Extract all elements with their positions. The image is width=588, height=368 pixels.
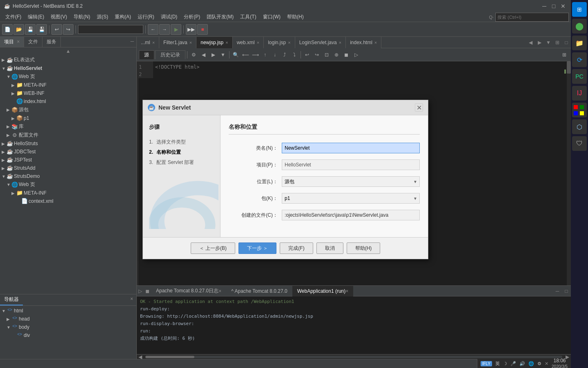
tree-item-index[interactable]: 🌐 index.html: [0, 97, 136, 105]
menu-debug[interactable]: 调试(D): [158, 13, 181, 21]
output-icon[interactable]: ▷: [137, 288, 144, 294]
save-button[interactable]: 💾: [25, 24, 36, 35]
tree-item-srcpkg[interactable]: ▶ 📦 源包: [0, 105, 136, 114]
stop-button[interactable]: ■: [197, 24, 208, 35]
et-btn-3[interactable]: ▶: [209, 50, 218, 59]
et-btn-12[interactable]: ↪: [312, 50, 321, 59]
editor-tab-newjsp[interactable]: newjsp.jsp ×: [196, 37, 232, 48]
close-button[interactable]: ✕: [559, 2, 567, 10]
panel-minimize[interactable]: ─: [128, 37, 136, 47]
folder-icon[interactable]: 📁: [572, 36, 587, 50]
tab-nav-left[interactable]: ◀: [526, 38, 535, 47]
location-select[interactable]: 源包: [282, 176, 420, 187]
tab-close-newjsp[interactable]: ×: [225, 40, 228, 45]
tree-item-jsptest[interactable]: ▶ ☕ JSPTest: [0, 156, 136, 164]
nav-item-head[interactable]: ▶ <> head: [0, 315, 136, 323]
editor-tab-webxml[interactable]: web.xml ×: [233, 37, 264, 48]
et-btn-5[interactable]: ⟵: [241, 50, 250, 59]
tray-speaker[interactable]: 🔊: [519, 361, 525, 366]
bottom-minimize[interactable]: ─: [553, 287, 562, 296]
tab-close-webxml[interactable]: ×: [257, 40, 259, 45]
tab-close-ml[interactable]: ×: [152, 40, 155, 45]
et-btn-6[interactable]: ⟶: [251, 50, 260, 59]
nav-close[interactable]: ×: [127, 294, 136, 305]
blue-icon[interactable]: ⟳: [572, 52, 587, 67]
tree-item-strutsadd[interactable]: ▶ ☕ StrutsAdd: [0, 164, 136, 172]
output-stop[interactable]: ◼: [144, 288, 151, 294]
tree-item-helloservlet[interactable]: ▼ ☕ HelloServlet: [0, 64, 136, 72]
tree-item-lib[interactable]: ▶ 📚 库: [0, 122, 136, 131]
tab-tomcat-log-close[interactable]: ×: [218, 288, 221, 294]
et-tab-history[interactable]: 历史记录: [155, 50, 185, 59]
prev-button[interactable]: ＜ 上一步(B): [191, 242, 235, 254]
editor-vscrollbar[interactable]: [567, 61, 571, 285]
run-button[interactable]: ▶: [171, 24, 181, 35]
et-btn-10[interactable]: ⤵: [290, 50, 299, 59]
tab-close-loginservlet[interactable]: ×: [339, 40, 341, 45]
et-btn-13[interactable]: ⊕: [332, 50, 341, 59]
nav-item-div[interactable]: <> div: [0, 331, 136, 339]
menu-window[interactable]: 窗口(W): [260, 13, 284, 21]
tree-item-el[interactable]: ▶ ☕ EL表达式: [0, 56, 136, 64]
et-btn-14[interactable]: ◼: [342, 50, 351, 59]
tab-close-login[interactable]: ×: [288, 40, 290, 45]
tab-services[interactable]: 服务: [42, 37, 61, 47]
et-btn-4[interactable]: ▼: [218, 50, 227, 59]
tab-project-close[interactable]: ×: [17, 39, 20, 45]
tree-item-p1[interactable]: ▶ 📦 p1: [0, 114, 136, 122]
tray-moon[interactable]: ☽: [503, 361, 507, 366]
package-select[interactable]: p1: [282, 193, 420, 204]
tray-net[interactable]: 🌐: [528, 361, 534, 366]
cube-icon[interactable]: ⬡: [572, 119, 587, 134]
et-btn-15[interactable]: ▷: [352, 50, 361, 59]
nav-item-html[interactable]: ▼ <> html: [0, 307, 136, 315]
finish-button[interactable]: 完成(F): [280, 242, 313, 254]
tab-restore[interactable]: ⊞: [553, 38, 562, 47]
toolbar-input[interactable]: [78, 25, 143, 34]
open-button[interactable]: 📂: [13, 24, 24, 35]
et-btn-1[interactable]: ⚙: [189, 50, 198, 59]
editor-tab-login[interactable]: login.jsp ×: [264, 37, 295, 48]
tab-close-index[interactable]: ×: [374, 40, 377, 45]
et-btn-8[interactable]: ↓: [270, 50, 279, 59]
tree-scroll-up[interactable]: ▲: [0, 47, 136, 55]
tree-item-hellostruts[interactable]: ▶ ☕ HelloStruts: [0, 139, 136, 148]
menu-run[interactable]: 运行(R): [134, 13, 158, 21]
classname-input[interactable]: [282, 143, 420, 153]
menu-team[interactable]: 团队开发(M): [203, 13, 237, 21]
tree-item-metainf[interactable]: ▶ 📁 META-INF: [0, 81, 136, 89]
tray-ifly[interactable]: IFLY: [481, 361, 492, 366]
undo-button[interactable]: ↩: [51, 24, 62, 35]
maximize-button[interactable]: □: [550, 2, 557, 10]
new-button[interactable]: 📄: [2, 24, 13, 35]
tab-nav-dropdown[interactable]: ▼: [544, 38, 553, 47]
tray-settings[interactable]: ⚙: [537, 361, 541, 366]
forward-button[interactable]: →: [159, 24, 170, 35]
tree-item-strutsdemo-web[interactable]: ▼ 🌐 Web 页: [0, 180, 136, 189]
menu-refactor[interactable]: 重构(A): [111, 13, 134, 21]
tab-close-filter1[interactable]: ×: [189, 40, 192, 45]
tab-nav-right[interactable]: ▶: [535, 38, 544, 47]
run2-button[interactable]: ▶▶: [186, 24, 196, 35]
menu-edit[interactable]: 编辑(E): [24, 13, 47, 21]
editor-tab-loginservlet[interactable]: LoginServlet.java ×: [295, 37, 346, 48]
nav-item-body[interactable]: ▼ <> body: [0, 323, 136, 331]
et-btn-11[interactable]: ↩: [303, 50, 312, 59]
tab-project[interactable]: 项目 ×: [0, 37, 24, 47]
save-all-button[interactable]: 💾: [36, 24, 47, 35]
help-button[interactable]: 帮助(H): [347, 242, 381, 254]
bottom-tab-tomcat-log[interactable]: Apache Tomcat 8.0.27.0日志 ×: [151, 286, 226, 296]
next-button[interactable]: 下一步 ＞: [238, 242, 276, 254]
et-tab-source[interactable]: 源: [139, 50, 154, 59]
editor-tab-index[interactable]: index.html ×: [346, 37, 381, 48]
et-btn-9[interactable]: ⤴: [280, 50, 289, 59]
windows-icon[interactable]: ⊞: [572, 2, 587, 17]
tray-lang[interactable]: 英: [495, 361, 500, 367]
menu-tools[interactable]: 工具(T): [237, 13, 259, 21]
tree-item-webpages[interactable]: ▼ 🌐 Web 页: [0, 72, 136, 81]
output-hscrollbar[interactable]: ◀ ▶: [137, 354, 571, 359]
menu-analyze[interactable]: 分析(P): [180, 13, 203, 21]
cancel-button[interactable]: 取消: [316, 242, 343, 254]
et-btn-7[interactable]: ↑: [261, 50, 270, 59]
chrome-icon[interactable]: ⬤: [572, 19, 587, 34]
